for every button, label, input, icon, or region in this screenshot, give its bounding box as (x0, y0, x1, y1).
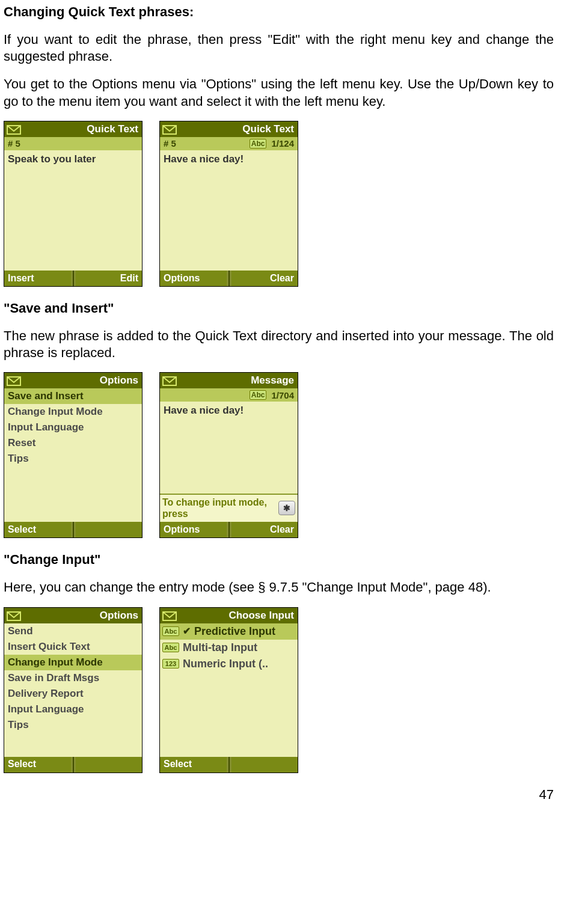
status-bar: Abc 1/704 (160, 388, 298, 402)
abc-icon: Abc (162, 626, 179, 636)
softkey-bar: Options Clear (160, 522, 298, 537)
titlebar: Quick Text (4, 121, 142, 137)
status-bar: # 5 (4, 137, 142, 150)
message-icon (162, 375, 177, 386)
input-mode-predictive[interactable]: Abc ✔ Predictive Input (160, 623, 298, 640)
softkey-options[interactable]: Options (160, 271, 227, 286)
phone-screen-message: Message Abc 1/704 Have a nice day! To ch… (159, 372, 298, 538)
titlebar: Choose Input (160, 608, 298, 623)
numeric-icon: 123 (162, 659, 179, 669)
phone-screen-quicktext-view: Quick Text # 5 Speak to you later Insert… (4, 121, 143, 287)
message-body[interactable]: Have a nice day! To change input mode, p… (160, 402, 298, 522)
softkey-separator (73, 271, 74, 286)
softkey-edit[interactable]: Edit (76, 271, 143, 286)
softkey-clear[interactable]: Clear (231, 271, 298, 286)
option-send[interactable]: Send (4, 623, 142, 639)
softkey-blank (76, 757, 143, 773)
char-count: 1/124 (271, 138, 294, 149)
softkey-select[interactable]: Select (160, 757, 227, 773)
option-tips[interactable]: Tips (4, 451, 142, 467)
editor-text: Have a nice day! (164, 153, 244, 165)
softkey-bar: Select (4, 522, 142, 537)
hint-text: To change input mode, press (162, 497, 275, 519)
phone-screen-options-saveinsert: Options Save and Insert Change Input Mod… (4, 372, 143, 538)
softkey-select[interactable]: Select (4, 522, 71, 537)
heading-change-input: "Change Input" (4, 551, 554, 568)
softkey-bar: Options Clear (160, 271, 298, 286)
input-mode-badge: Abc (250, 390, 267, 400)
screen-title: Options (100, 374, 138, 387)
titlebar: Options (4, 373, 142, 388)
paragraph-options-instruction: You get to the Options menu via "Options… (4, 76, 554, 109)
input-mode-hint: To change input mode, press ✱ (160, 494, 298, 522)
message-icon (162, 123, 177, 135)
quicktext-body: Speak to you later (4, 150, 142, 271)
abc-icon: Abc (162, 643, 179, 652)
softkey-options[interactable]: Options (160, 522, 227, 537)
star-key-icon: ✱ (278, 501, 295, 515)
titlebar: Message (160, 373, 298, 388)
softkey-separator (228, 522, 230, 537)
quicktext-index: # 5 (164, 138, 176, 149)
figure-row-2: Options Save and Insert Change Input Mod… (4, 372, 554, 538)
softkey-select[interactable]: Select (4, 757, 71, 773)
softkey-separator (228, 757, 230, 773)
message-icon (7, 123, 21, 135)
quicktext-editor[interactable]: Have a nice day! (160, 150, 298, 271)
figure-row-3: Options Send Insert Quick Text Change In… (4, 607, 554, 773)
screen-title: Quick Text (242, 123, 294, 136)
heading-save-and-insert: "Save and Insert" (4, 300, 554, 317)
page-number: 47 (4, 786, 554, 803)
quicktext-phrase: Speak to you later (8, 153, 96, 165)
softkey-insert[interactable]: Insert (4, 271, 71, 286)
input-mode-label: Predictive Input (194, 625, 275, 638)
char-count: 1/704 (271, 390, 294, 401)
option-delivery-report[interactable]: Delivery Report (4, 686, 142, 702)
message-icon (7, 610, 21, 621)
input-mode-label: Multi-tap Input (183, 641, 257, 655)
option-change-input-mode[interactable]: Change Input Mode (4, 404, 142, 420)
option-save-draft[interactable]: Save in Draft Msgs (4, 670, 142, 686)
message-icon (7, 375, 21, 386)
screen-title: Message (251, 374, 294, 387)
input-mode-label: Numeric Input (.. (183, 657, 268, 671)
option-insert-quick-text[interactable]: Insert Quick Text (4, 639, 142, 655)
option-reset[interactable]: Reset (4, 435, 142, 451)
option-save-and-insert[interactable]: Save and Insert (4, 388, 142, 404)
check-icon: ✔ (183, 625, 191, 637)
option-input-language[interactable]: Input Language (4, 420, 142, 435)
titlebar: Options (4, 608, 142, 623)
softkey-clear[interactable]: Clear (231, 522, 298, 537)
screen-title: Options (100, 609, 138, 622)
softkey-bar: Select (160, 757, 298, 773)
phone-screen-choose-input: Choose Input Abc ✔ Predictive Input Abc … (159, 607, 298, 773)
figure-row-1: Quick Text # 5 Speak to you later Insert… (4, 121, 554, 287)
options-list: Save and Insert Change Input Mode Input … (4, 388, 142, 522)
screen-title: Choose Input (228, 609, 294, 622)
softkey-bar: Insert Edit (4, 271, 142, 286)
message-text: Have a nice day! (164, 405, 244, 416)
option-change-input-mode[interactable]: Change Input Mode (4, 655, 142, 670)
options-list: Send Insert Quick Text Change Input Mode… (4, 623, 142, 757)
input-mode-badge: Abc (250, 139, 267, 148)
paragraph-save-insert: The new phrase is added to the Quick Tex… (4, 328, 554, 361)
heading-changing-quick-text: Changing Quick Text phrases: (4, 4, 554, 20)
softkey-separator (73, 522, 74, 537)
softkey-separator (228, 271, 230, 286)
softkey-blank (231, 757, 298, 773)
paragraph-change-input: Here, you can change the entry mode (see… (4, 579, 554, 596)
screen-title: Quick Text (87, 123, 138, 136)
phone-screen-quicktext-edit: Quick Text # 5 Abc 1/124 Have a nice day… (159, 121, 298, 287)
quicktext-index: # 5 (8, 138, 20, 149)
status-bar: # 5 Abc 1/124 (160, 137, 298, 150)
paragraph-edit-instruction: If you want to edit the phrase, then pre… (4, 31, 554, 65)
input-mode-numeric[interactable]: 123 Numeric Input (.. (160, 656, 298, 672)
softkey-bar: Select (4, 757, 142, 773)
phone-screen-options-changeinput: Options Send Insert Quick Text Change In… (4, 607, 143, 773)
input-mode-multitap[interactable]: Abc Multi-tap Input (160, 640, 298, 656)
option-input-language[interactable]: Input Language (4, 702, 142, 717)
option-tips[interactable]: Tips (4, 717, 142, 733)
softkey-separator (73, 757, 74, 773)
titlebar: Quick Text (160, 121, 298, 137)
softkey-blank (76, 522, 143, 537)
